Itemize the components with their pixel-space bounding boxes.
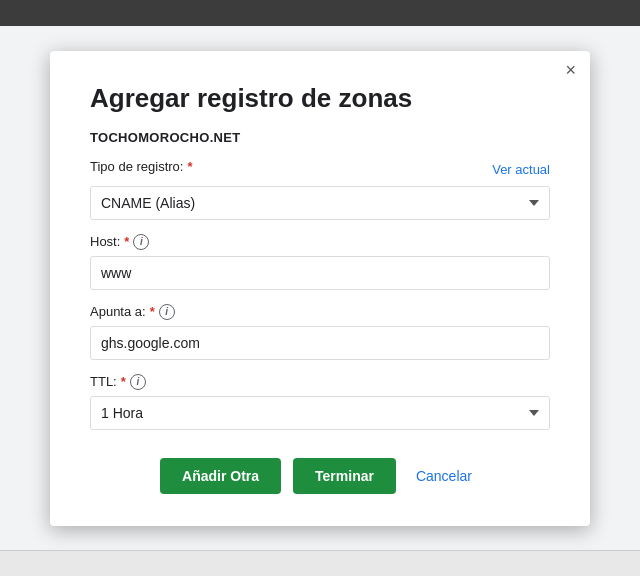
tipo-field-row: Tipo de registro: * Ver actual CNAME (Al… [90, 159, 550, 220]
apunta-required-star: * [150, 304, 155, 319]
ttl-info-icon[interactable]: i [130, 374, 146, 390]
apunta-label: Apunta a: * i [90, 304, 550, 320]
host-input[interactable] [90, 256, 550, 290]
tipo-label-text: Tipo de registro: [90, 159, 183, 174]
host-field-row: Host: * i [90, 234, 550, 290]
tipo-label: Tipo de registro: * [90, 159, 193, 174]
apunta-input[interactable] [90, 326, 550, 360]
add-another-button[interactable]: Añadir Otra [160, 458, 281, 494]
host-label-text: Host: [90, 234, 120, 249]
bottom-bar [0, 550, 640, 576]
host-label: Host: * i [90, 234, 550, 250]
ttl-field-row: TTL: * i 1 Hora 30 Minutos 1 Día 1 Seman… [90, 374, 550, 430]
ttl-label-text: TTL: [90, 374, 117, 389]
ttl-label: TTL: * i [90, 374, 550, 390]
page-wrapper: × Agregar registro de zonas TOCHOMOROCHO… [0, 0, 640, 576]
top-bar [0, 0, 640, 26]
finish-button[interactable]: Terminar [293, 458, 396, 494]
dialog-title: Agregar registro de zonas [90, 83, 550, 114]
actions-row: Añadir Otra Terminar Cancelar [90, 458, 550, 494]
domain-label: TOCHOMOROCHO.NET [90, 130, 550, 145]
tipo-required-star: * [187, 159, 192, 174]
tipo-select[interactable]: CNAME (Alias) A (Host) MX (Mail) TXT (Te… [90, 186, 550, 220]
ver-actual-link[interactable]: Ver actual [492, 162, 550, 177]
apunta-info-icon[interactable]: i [159, 304, 175, 320]
host-required-star: * [124, 234, 129, 249]
apunta-field-row: Apunta a: * i [90, 304, 550, 360]
close-button[interactable]: × [565, 61, 576, 79]
apunta-label-text: Apunta a: [90, 304, 146, 319]
ttl-select[interactable]: 1 Hora 30 Minutos 1 Día 1 Semana Persona… [90, 396, 550, 430]
dialog: × Agregar registro de zonas TOCHOMOROCHO… [50, 51, 590, 526]
host-info-icon[interactable]: i [133, 234, 149, 250]
cancel-button[interactable]: Cancelar [408, 458, 480, 494]
ttl-required-star: * [121, 374, 126, 389]
